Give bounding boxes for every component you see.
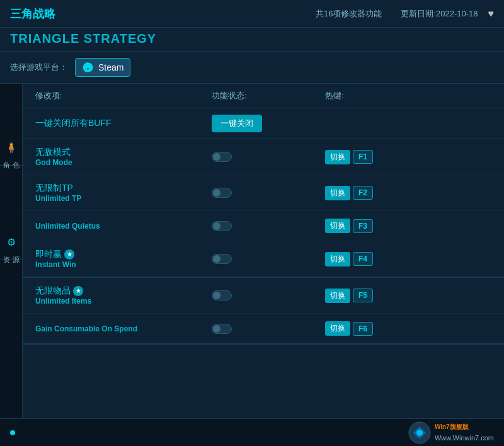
toggle-knob-gain-consumable [213, 325, 220, 333]
cheat-row-god-mode: 无敌模式 God Mode 切换 F1 [23, 139, 504, 175]
toggle-knob-instant-win [213, 255, 220, 263]
oneclick-row: 一键关闭所有BUFF 一键关闭 [23, 108, 504, 139]
sidebar-section-items[interactable]: ⚙ 资源 [0, 229, 22, 260]
hotkey-switch-gain-consumable[interactable]: 切换 [325, 321, 350, 336]
toggle-area-instant-win [212, 254, 325, 264]
bottom-indicator-dot [10, 430, 15, 435]
steam-logo-icon [82, 61, 94, 74]
cheat-row-unlimited-tp: 无限制TP Unlimited TP 切换 F2 [23, 175, 504, 211]
col-hotkey: 热键: [325, 90, 491, 101]
cheat-en-unlimited-tp: Unlimited TP [35, 194, 212, 203]
sidebar: 🧍 角色 ⚙ 资源 [0, 84, 23, 444]
hotkey-key-unlimited-quietus: F3 [353, 219, 373, 233]
content-area: 修改项: 功能状态: 热键: 一键关闭所有BUFF 一键关闭 无敌模式 God … [23, 84, 504, 444]
cheat-en-god-mode: God Mode [35, 158, 212, 167]
hotkey-switch-unlimited-tp[interactable]: 切换 [325, 186, 350, 200]
toggle-instant-win[interactable] [212, 254, 232, 264]
platform-steam-button[interactable]: Steam [75, 58, 130, 77]
toggle-gain-consumable[interactable] [212, 324, 232, 334]
cheat-cn-unlimited-items: 无限物品★ [35, 285, 212, 297]
hotkey-key-unlimited-items: F5 [353, 289, 373, 302]
toggle-knob-unlimited-items [213, 292, 220, 299]
hotkey-area-gain-consumable: 切换 F6 [325, 321, 491, 336]
character-section: 无敌模式 God Mode 切换 F1 无限制TP Unlimited TP [23, 139, 504, 278]
sidebar-label-character: 角色 [2, 156, 21, 157]
hotkey-area-unlimited-quietus: 切换 F3 [325, 219, 491, 233]
platform-row: 选择游戏平台： Steam [0, 52, 504, 84]
watermark-url: Www.Winwin7.com [435, 434, 494, 442]
character-icon: 🧍 [5, 142, 18, 154]
platform-label: 选择游戏平台： [10, 62, 67, 73]
hotkey-area-unlimited-tp: 切换 F2 [325, 186, 491, 200]
update-date: 更新日期:2022-10-18 [401, 8, 478, 20]
toggle-unlimited-quietus[interactable] [212, 221, 232, 231]
column-headers: 修改项: 功能状态: 热键: [23, 84, 504, 108]
hotkey-key-god-mode: F1 [353, 150, 373, 164]
cheat-name-unlimited-items: 无限物品★ Unlimited Items [35, 285, 212, 306]
hotkey-key-gain-consumable: F6 [353, 322, 373, 336]
hotkey-switch-god-mode[interactable]: 切换 [325, 150, 350, 164]
feature-count: 共16项修改器功能 [316, 8, 382, 20]
steam-label: Steam [98, 62, 123, 72]
header-bar: 三角战略 共16项修改器功能 更新日期:2022-10-18 ♥ [0, 0, 504, 28]
toggle-area-unlimited-tp [212, 188, 325, 198]
watermark: Win7旗舰版 Www.Winwin7.com [408, 421, 494, 444]
toggle-area-gain-consumable [212, 324, 325, 334]
cheat-en-unlimited-items: Unlimited Items [35, 297, 212, 306]
cheat-en-unlimited-quietus: Unlimited Quietus [35, 222, 212, 231]
toggle-area-unlimited-quietus [212, 221, 325, 231]
watermark-logo-icon [408, 421, 431, 444]
hotkey-key-instant-win: F4 [353, 252, 373, 266]
hotkey-key-unlimited-tp: F2 [353, 186, 373, 200]
toggle-unlimited-items[interactable] [212, 290, 232, 300]
col-status: 功能状态: [212, 90, 325, 101]
bottom-bar: Win7旗舰版 Www.Winwin7.com [0, 418, 504, 446]
toggle-knob-god-mode [213, 153, 220, 161]
cheat-cn-god-mode: 无敌模式 [35, 147, 212, 158]
hotkey-area-instant-win: 切换 F4 [325, 252, 491, 266]
sidebar-section-character[interactable]: 🧍 角色 [0, 134, 22, 166]
toggle-god-mode[interactable] [212, 152, 232, 162]
cheat-cn-unlimited-tp: 无限制TP [35, 183, 212, 194]
game-title-en: TRIANGLE STRATEGY [10, 31, 156, 45]
game-title-cn: 三角战略 [10, 6, 55, 21]
oneclick-button[interactable]: 一键关闭 [212, 115, 262, 132]
hotkey-area-unlimited-items: 切换 F5 [325, 289, 491, 303]
sub-header: TRIANGLE STRATEGY [0, 28, 504, 52]
toggle-knob-unlimited-quietus [213, 222, 220, 230]
toggle-area-unlimited-items [212, 290, 325, 300]
hotkey-switch-unlimited-items[interactable]: 切换 [325, 289, 350, 303]
watermark-text-block: Win7旗舰版 Www.Winwin7.com [435, 423, 494, 443]
cheat-en-instant-win: Instant Win [35, 260, 212, 269]
cheat-cn-instant-win: 即时赢★ [35, 249, 212, 260]
hotkey-switch-instant-win[interactable]: 切换 [325, 252, 350, 266]
cheat-name-unlimited-quietus: Unlimited Quietus [35, 222, 212, 231]
cheat-row-instant-win: 即时赢★ Instant Win 切换 F4 [23, 241, 504, 277]
cheat-en-gain-consumable: Gain Consumable On Spend [35, 324, 212, 333]
hotkey-switch-unlimited-quietus[interactable]: 切换 [325, 219, 350, 233]
toggle-area-god-mode [212, 152, 325, 162]
cheat-name-instant-win: 即时赢★ Instant Win [35, 249, 212, 269]
items-section: 无限物品★ Unlimited Items 切换 F5 [23, 278, 504, 345]
cheat-name-god-mode: 无敌模式 God Mode [35, 147, 212, 167]
col-name: 修改项: [35, 90, 212, 101]
items-icon: ⚙ [7, 236, 16, 248]
oneclick-label: 一键关闭所有BUFF [35, 118, 212, 129]
svg-point-1 [416, 430, 423, 436]
hotkey-area-god-mode: 切换 F1 [325, 150, 491, 164]
toggle-unlimited-tp[interactable] [212, 188, 232, 198]
toggle-knob-unlimited-tp [213, 189, 220, 197]
main-content: 🧍 角色 ⚙ 资源 修改项: 功能状态: 热键: 一键关闭所有BUFF 一键关闭… [0, 84, 504, 444]
sidebar-label-items: 资源 [2, 251, 21, 252]
star-badge-instant-win: ★ [64, 249, 74, 260]
cheat-name-unlimited-tp: 无限制TP Unlimited TP [35, 183, 212, 203]
cheat-name-gain-consumable: Gain Consumable On Spend [35, 324, 212, 333]
cheat-row-gain-consumable: Gain Consumable On Spend 切换 F6 [23, 314, 504, 343]
star-badge-unlimited-items: ★ [73, 286, 83, 296]
favorite-icon[interactable]: ♥ [488, 8, 495, 20]
cheat-row-unlimited-items: 无限物品★ Unlimited Items 切换 F5 [23, 278, 504, 314]
cheat-row-unlimited-quietus: Unlimited Quietus 切换 F3 [23, 211, 504, 241]
